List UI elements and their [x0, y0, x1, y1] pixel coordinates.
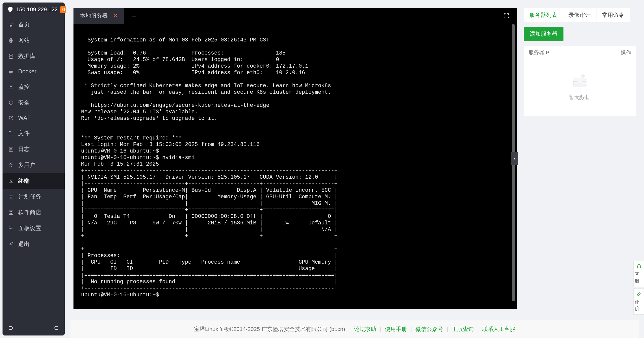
sidebar-item-apps[interactable]: 软件商店 — [3, 205, 65, 220]
sidebar-item-globe[interactable]: 网站 — [3, 32, 65, 48]
users-icon — [8, 162, 14, 168]
sidebar-item-database[interactable]: 数据库 — [3, 48, 65, 64]
right-panel: 服务器列表录像审计常用命令 添加服务器 服务器IP 操作 暂无数据 — [524, 8, 636, 309]
right-tab-0[interactable]: 服务器列表 — [524, 8, 563, 22]
logout-icon — [8, 241, 14, 247]
sidebar-item-label: 计划任务 — [18, 193, 41, 201]
sidebar-item-label: 首页 — [18, 21, 30, 28]
plus-icon: ＋ — [130, 11, 138, 21]
svg-point-12 — [10, 228, 12, 229]
sidebar-item-terminal[interactable]: 终端 — [3, 173, 65, 189]
sidebar-item-label: 软件商店 — [18, 209, 41, 216]
sidebar-item-label: 监控 — [18, 83, 30, 91]
pingjia-label: 评价 — [635, 299, 643, 312]
empty-icon — [571, 72, 589, 87]
sidebar-item-label: 数据库 — [18, 52, 35, 60]
svg-rect-7 — [9, 195, 13, 199]
notification-badge[interactable]: 0 — [60, 6, 66, 13]
terminal-output: System information as of Mon 03 Feb 2025… — [81, 30, 509, 298]
sidebar-item-label: 退出 — [18, 240, 30, 248]
sidebar-item-log[interactable]: 日志 — [3, 141, 65, 157]
svg-point-13 — [573, 84, 587, 87]
sidebar-item-label: WAF — [18, 115, 31, 121]
expand-handle[interactable] — [511, 152, 518, 165]
footer-link-2[interactable]: 微信公众号 — [415, 326, 443, 332]
svg-rect-6 — [9, 179, 13, 183]
monitor-icon — [8, 84, 14, 90]
right-tab-1[interactable]: 录像审计 — [563, 8, 596, 22]
schedule-icon — [8, 194, 14, 200]
footer: 宝塔Linux面板©2014-2025 广东堡塔安全技术有限公司 (bt.cn)… — [70, 320, 639, 338]
terminal-body[interactable]: System information as of Mon 03 Feb 2025… — [73, 24, 517, 309]
sidebar-item-logout[interactable]: 退出 — [3, 236, 65, 252]
add-tab-button[interactable]: ＋ — [125, 8, 143, 24]
terminal-tabs: 本地服务器 ✕ ＋ — [73, 8, 517, 24]
headset-icon — [636, 264, 642, 271]
footer-link-1[interactable]: 使用手册 — [385, 326, 407, 332]
kefu-button[interactable]: 客服 — [633, 261, 644, 287]
close-icon[interactable]: ✕ — [113, 13, 118, 19]
sidebar-item-folder[interactable]: 文件 — [3, 125, 65, 141]
kefu-label: 客服 — [635, 271, 643, 284]
terminal-tab-label: 本地服务器 — [80, 12, 108, 20]
main-area: 本地服务器 ✕ ＋ System information as of Mon 0… — [73, 8, 636, 309]
sidebar-item-label: Docker — [18, 68, 36, 75]
footer-link-0[interactable]: 论坛求助 — [354, 326, 376, 332]
waf-icon — [8, 115, 14, 121]
terminal-pane: 本地服务器 ✕ ＋ System information as of Mon 0… — [73, 8, 517, 309]
sidebar-item-label: 终端 — [18, 177, 30, 185]
apps-icon — [8, 210, 14, 216]
sidebar-item-shield[interactable]: 安全 — [3, 95, 65, 111]
svg-rect-9 — [12, 211, 13, 212]
svg-point-4 — [10, 163, 11, 165]
globe-icon — [8, 37, 14, 43]
right-tabs: 服务器列表录像审计常用命令 — [524, 8, 636, 22]
terminal-tab-local[interactable]: 本地服务器 ✕ — [73, 8, 125, 24]
col-operation: 操作 — [621, 49, 631, 56]
sidebar-item-docker[interactable]: Docker — [3, 64, 65, 79]
sidebar-item-monitor[interactable]: 监控 — [3, 79, 65, 95]
sidebar-item-users[interactable]: 多用户 — [3, 157, 65, 173]
sidebar: 150.109.229.122 0 首页网站数据库Docker监控安全WAF文件… — [3, 3, 65, 335]
shield-icon — [7, 6, 14, 13]
right-tab-2[interactable]: 常用命令 — [596, 8, 630, 22]
svg-rect-8 — [9, 211, 11, 212]
folder-icon — [8, 130, 14, 136]
sidebar-item-label: 网站 — [18, 36, 30, 44]
sidebar-item-label: 多用户 — [18, 161, 35, 169]
edit-icon — [636, 291, 642, 298]
collapse-left-icon[interactable] — [8, 325, 15, 331]
sidebar-item-home[interactable]: 首页 — [3, 17, 65, 32]
server-table-empty: 暂无数据 — [524, 59, 636, 116]
shield-icon — [8, 100, 14, 106]
add-server-button[interactable]: 添加服务器 — [524, 27, 563, 41]
settings-icon — [8, 225, 14, 231]
server-table: 服务器IP 操作 暂无数据 — [524, 46, 636, 116]
pingjia-button[interactable]: 评价 — [633, 288, 644, 315]
log-icon — [8, 146, 14, 152]
footer-link-3[interactable]: 正版查询 — [452, 326, 474, 332]
terminal-icon — [8, 178, 14, 184]
docker-icon — [8, 69, 14, 75]
svg-rect-11 — [12, 213, 13, 214]
svg-point-5 — [12, 164, 13, 165]
sidebar-item-label: 安全 — [18, 99, 30, 107]
server-table-header: 服务器IP 操作 — [524, 46, 636, 59]
sidebar-item-label: 文件 — [18, 129, 30, 137]
sidebar-nav: 首页网站数据库Docker监控安全WAF文件日志多用户终端计划任务软件商店面板设… — [3, 17, 65, 321]
sidebar-header: 150.109.229.122 0 — [3, 3, 65, 17]
sidebar-item-label: 面板设置 — [18, 224, 41, 232]
server-ip[interactable]: 150.109.229.122 — [16, 6, 58, 13]
sidebar-item-waf[interactable]: WAF — [3, 111, 65, 125]
col-server-ip: 服务器IP — [528, 49, 549, 56]
sidebar-footer — [3, 321, 65, 335]
sidebar-item-schedule[interactable]: 计划任务 — [3, 189, 65, 205]
sidebar-item-settings[interactable]: 面板设置 — [3, 220, 65, 236]
sidebar-item-label: 日志 — [18, 145, 30, 153]
collapse-right-icon[interactable] — [53, 325, 59, 331]
svg-rect-10 — [9, 213, 11, 214]
footer-copyright: 宝塔Linux面板©2014-2025 广东堡塔安全技术有限公司 (bt.cn) — [194, 325, 345, 333]
database-icon — [8, 53, 14, 59]
fullscreen-button[interactable] — [496, 8, 517, 24]
footer-link-4[interactable]: 联系人工客服 — [482, 326, 515, 332]
